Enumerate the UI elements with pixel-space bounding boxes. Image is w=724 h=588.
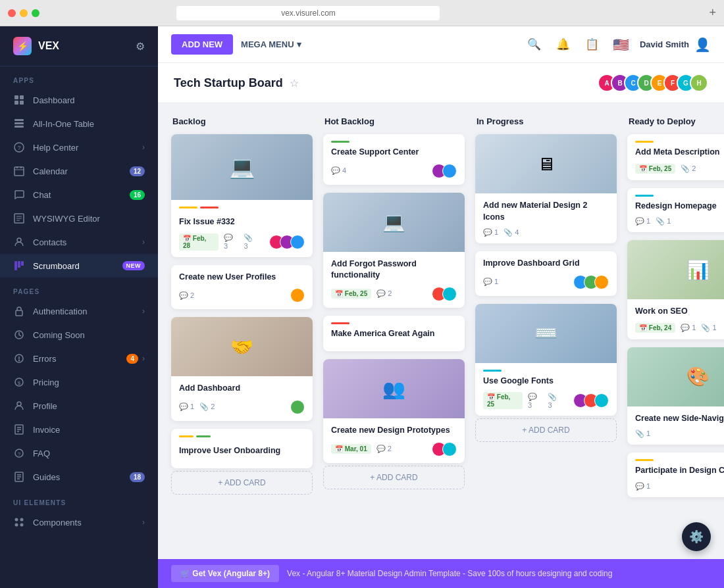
color-bar-cyan bbox=[635, 195, 654, 197]
calendar-badge: 12 bbox=[130, 166, 145, 176]
card-design-contest[interactable]: Participate in Design Conte... 💬 1 bbox=[627, 453, 724, 497]
sidebar-item-calendar[interactable]: Calendar 12 bbox=[0, 159, 158, 183]
bookmarks-icon[interactable]: 📋 bbox=[582, 34, 603, 55]
card-seo[interactable]: 📊 Work on SEO 📅 Feb, 24 💬 1 📎 1 bbox=[627, 240, 724, 339]
ready-to-deploy-column-header: Ready to Deploy bbox=[627, 116, 724, 126]
card-maga[interactable]: Make America Great Again bbox=[323, 316, 465, 352]
user-menu[interactable]: David Smith 👤 bbox=[640, 37, 711, 53]
sidebar-item-contacts[interactable]: Contacts › bbox=[0, 230, 158, 254]
get-vex-button[interactable]: 🛒 Get Vex (Angular 8+) bbox=[171, 565, 279, 582]
svg-rect-18 bbox=[14, 261, 17, 270]
new-tab-button[interactable]: + bbox=[709, 6, 716, 20]
card-comments: 💬 2 bbox=[179, 291, 194, 300]
sidebar-item-scrumboard[interactable]: Scrumboard NEW bbox=[0, 254, 158, 278]
favorite-icon[interactable]: ☆ bbox=[290, 77, 299, 89]
sidebar-label-calendar: Calendar bbox=[33, 166, 130, 176]
card-comments: 💬 1 bbox=[681, 324, 696, 332]
card-meta-description[interactable]: Add Meta Description 📅 Feb, 25 📎 2 bbox=[627, 134, 724, 180]
sidebar-item-chat[interactable]: Chat 16 bbox=[0, 183, 158, 207]
sidebar-settings-icon[interactable]: ⚙ bbox=[136, 40, 145, 53]
sidebar-item-wysiwyg[interactable]: WYSIWYG Editor bbox=[0, 207, 158, 230]
sidebar-item-components[interactable]: Components › bbox=[0, 510, 158, 534]
card-support-center-footer: 💬 4 bbox=[331, 164, 457, 178]
card-forgot-password-footer: 📅 Feb, 25 💬 2 bbox=[331, 287, 457, 301]
card-side-navigation[interactable]: 🎨 Create new Side-Navigation 📎 1 bbox=[627, 347, 724, 445]
card-redesign-homepage[interactable]: Redesign Homepage 💬 1 📎 1 bbox=[627, 188, 724, 233]
card-user-onboarding[interactable]: Improve User Onboarding bbox=[171, 429, 313, 469]
card-date: 📅 Feb, 25 bbox=[331, 289, 371, 299]
sidebar-label-faq: FAQ bbox=[33, 449, 145, 458]
mega-menu-button[interactable]: MEGA MENU ▾ bbox=[241, 39, 301, 49]
card-fix-issue-title: Fix Issue #332 bbox=[179, 216, 305, 228]
svg-point-28 bbox=[17, 402, 21, 406]
card-support-center[interactable]: Create Support Center 💬 4 bbox=[323, 134, 465, 185]
guides-icon bbox=[13, 471, 25, 483]
color-bar-yellow bbox=[635, 459, 654, 461]
card-meta-description-title: Add Meta Description bbox=[635, 147, 724, 159]
sidebar-label-scrumboard: Scrumboard bbox=[33, 261, 122, 271]
color-bar-green bbox=[196, 435, 211, 437]
minimize-button[interactable] bbox=[20, 9, 28, 17]
bottom-bar: 🛒 Get Vex (Angular 8+) Vex - Angular 8+ … bbox=[158, 559, 724, 588]
sidebar-item-invoice[interactable]: Invoice bbox=[0, 418, 158, 441]
card-comments: 💬 1 bbox=[635, 217, 650, 226]
card-avatar bbox=[290, 288, 305, 303]
card-user-profiles[interactable]: Create new User Profiles 💬 2 bbox=[171, 265, 313, 310]
card-avatar bbox=[442, 287, 457, 301]
card-design-contest-body: Participate in Design Conte... 💬 1 bbox=[627, 453, 724, 497]
add-card-backlog-button[interactable]: + ADD CARD bbox=[171, 471, 313, 495]
svg-point-40 bbox=[20, 518, 24, 522]
card-google-fonts[interactable]: ⌨️ Use Google Fonts 📅 Feb, 25 💬 3 📎 3 bbox=[475, 304, 617, 416]
address-bar[interactable]: vex.visurel.com bbox=[176, 6, 440, 20]
card-material-icons[interactable]: 🖥 Add new Material Design 2 Icons 💬 1 📎 … bbox=[475, 134, 617, 243]
clock-icon bbox=[13, 329, 25, 341]
sidebar-item-coming-soon[interactable]: Coming Soon bbox=[0, 323, 158, 347]
card-comments: 💬 2 bbox=[376, 289, 392, 298]
table-icon bbox=[13, 118, 25, 130]
card-design-prototypes[interactable]: 👥 Create new Design Prototypes 📅 Mar, 01… bbox=[323, 359, 465, 463]
svg-rect-9 bbox=[14, 167, 24, 176]
card-avatar bbox=[442, 164, 457, 178]
close-button[interactable] bbox=[8, 9, 16, 17]
svg-text:?: ? bbox=[17, 145, 20, 151]
add-card-in-progress-button[interactable]: + ADD CARD bbox=[475, 418, 617, 442]
svg-point-41 bbox=[15, 524, 18, 527]
flag-icon[interactable]: 🇺🇸 bbox=[611, 34, 632, 55]
card-add-dashboard[interactable]: 🤝 Add Dashboard 💬 1 📎 2 bbox=[171, 317, 313, 421]
add-new-button[interactable]: ADD NEW bbox=[171, 34, 233, 55]
browser-chrome: vex.visurel.com + bbox=[0, 0, 724, 26]
svg-rect-6 bbox=[14, 126, 24, 128]
sidebar-item-dashboard[interactable]: Dashboard bbox=[0, 88, 158, 112]
card-fix-issue-body: Fix Issue #332 📅 Feb, 28 💬 3 📎 3 bbox=[171, 200, 313, 257]
sidebar-item-all-in-one[interactable]: All-In-One Table bbox=[0, 112, 158, 135]
card-image-desk: 💻 bbox=[171, 134, 313, 200]
sidebar-item-help-center[interactable]: ? Help Center › bbox=[0, 135, 158, 159]
search-icon[interactable]: 🔍 bbox=[524, 34, 545, 55]
card-attachments: 📎 1 bbox=[656, 217, 671, 226]
sidebar-item-faq[interactable]: ? FAQ bbox=[0, 441, 158, 465]
sidebar-label-authentication: Authentication bbox=[33, 306, 142, 316]
card-dashboard-grid[interactable]: Improve Dashboard Grid 💬 1 bbox=[475, 251, 617, 296]
sidebar-label-contacts: Contacts bbox=[33, 237, 142, 247]
add-card-hot-backlog-button[interactable]: + ADD CARD bbox=[323, 466, 465, 489]
card-comments: 💬 3 bbox=[224, 233, 239, 250]
apps-section-label: APPS bbox=[0, 66, 158, 88]
maximize-button[interactable] bbox=[32, 9, 39, 17]
card-forgot-password[interactable]: 💻 Add Forgot Password functionality 📅 Fe… bbox=[323, 193, 465, 308]
sidebar-item-profile[interactable]: Profile bbox=[0, 394, 158, 418]
sidebar-item-authentication[interactable]: Authentication › bbox=[0, 299, 158, 323]
card-avatars bbox=[290, 400, 305, 414]
fab-button[interactable]: ⚙️ bbox=[682, 522, 711, 551]
sidebar-item-guides[interactable]: Guides 18 bbox=[0, 465, 158, 489]
sidebar-item-pricing[interactable]: $ Pricing bbox=[0, 370, 158, 394]
card-fix-issue[interactable]: 💻 Fix Issue #332 📅 Feb, 28 💬 3 bbox=[171, 134, 313, 257]
kanban-column-backlog: Backlog 💻 Fix Issue #332 bbox=[171, 116, 313, 546]
card-image-meeting: 🤝 bbox=[171, 317, 313, 376]
card-redesign-homepage-footer: 💬 1 📎 1 bbox=[635, 217, 724, 226]
card-image-team: 👥 bbox=[323, 359, 465, 418]
notifications-icon[interactable]: 🔔 bbox=[553, 34, 574, 55]
sidebar-label-coming-soon: Coming Soon bbox=[33, 330, 145, 340]
person-icon bbox=[13, 400, 25, 412]
in-progress-column-header: In Progress bbox=[475, 116, 617, 126]
sidebar-item-errors[interactable]: Errors 4 › bbox=[0, 347, 158, 370]
